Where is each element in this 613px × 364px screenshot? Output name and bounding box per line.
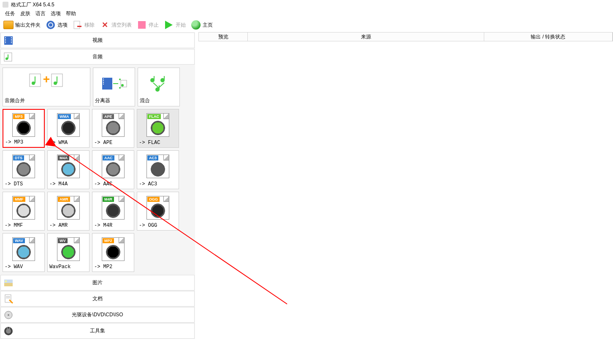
audio-merge-tile[interactable]: + 音频合并 bbox=[3, 68, 90, 106]
format-label: -> AAC bbox=[94, 180, 132, 187]
category-tools[interactable]: 工具集 bbox=[0, 323, 195, 339]
file-icon: FLAC bbox=[139, 111, 177, 139]
audio-mix-tile[interactable]: 混合 bbox=[138, 68, 180, 106]
format-tile-mmf[interactable]: MMF-> MMF bbox=[3, 192, 45, 231]
svg-point-30 bbox=[119, 87, 121, 89]
file-icon: WV bbox=[49, 235, 87, 263]
format-tile-ogg[interactable]: OGG-> OGG bbox=[137, 192, 179, 231]
svg-rect-25 bbox=[103, 79, 104, 79]
svg-rect-38 bbox=[159, 85, 160, 90]
file-icon: MP3 bbox=[5, 111, 42, 139]
format-label: -> AMR bbox=[49, 222, 87, 228]
format-tile-aac[interactable]: AAC-> AAC bbox=[92, 150, 134, 189]
file-icon: M4A bbox=[49, 152, 87, 180]
clear-label: 清空列表 bbox=[111, 22, 132, 29]
toolbar: 输出文件夹 选项 移除 ✕ 清空列表 停止 开始 主页 bbox=[0, 18, 613, 32]
svg-rect-10 bbox=[11, 37, 12, 38]
format-tile-flac[interactable]: FLAC-> FLAC bbox=[137, 109, 179, 148]
remove-button[interactable]: 移除 bbox=[73, 20, 95, 30]
format-tile-wv[interactable]: WVWavPack bbox=[47, 233, 90, 272]
svg-rect-28 bbox=[103, 84, 104, 84]
task-table-header: 预览 来源 输出 / 转换状态 bbox=[198, 32, 613, 41]
format-tile-m4a[interactable]: M4A-> M4A bbox=[47, 150, 90, 189]
right-panel: 预览 来源 输出 / 转换状态 bbox=[195, 32, 613, 339]
category-audio[interactable]: 音频 bbox=[0, 49, 195, 65]
file-icon: MMF bbox=[5, 194, 43, 222]
category-picture[interactable]: 图片 bbox=[0, 275, 195, 291]
start-button[interactable]: 开始 bbox=[164, 20, 186, 30]
mix-label: 混合 bbox=[140, 97, 178, 104]
splitter-label: 分离器 bbox=[95, 97, 133, 104]
format-label: -> FLAC bbox=[139, 139, 177, 146]
merge-icon: + bbox=[25, 71, 68, 92]
merge-label: 音频合并 bbox=[5, 97, 88, 104]
video-icon bbox=[3, 35, 14, 46]
col-source[interactable]: 来源 bbox=[248, 33, 484, 41]
options-label: 选项 bbox=[57, 22, 68, 29]
home-label: 主页 bbox=[203, 22, 213, 29]
menu-skin[interactable]: 皮肤 bbox=[20, 10, 30, 17]
format-tile-mp2[interactable]: MP2-> MP2 bbox=[92, 233, 134, 272]
clear-list-button[interactable]: ✕ 清空列表 bbox=[100, 20, 132, 30]
play-icon bbox=[164, 20, 174, 30]
output-folder-label: 输出文件夹 bbox=[15, 22, 41, 29]
svg-rect-44 bbox=[6, 298, 10, 298]
format-tile-ape[interactable]: APE-> APE bbox=[92, 109, 134, 148]
stop-button[interactable]: 停止 bbox=[137, 20, 159, 30]
file-icon: APE bbox=[94, 111, 132, 139]
svg-text:+: + bbox=[43, 73, 50, 86]
col-output-state[interactable]: 输出 / 转换状态 bbox=[484, 33, 613, 41]
start-label: 开始 bbox=[176, 22, 186, 29]
format-tile-wav[interactable]: WAV-> WAV bbox=[3, 233, 45, 272]
format-tile-dts[interactable]: DTS-> DTS bbox=[3, 150, 45, 189]
output-folder-button[interactable]: 输出文件夹 bbox=[3, 20, 41, 30]
col-preview[interactable]: 预览 bbox=[199, 33, 248, 41]
svg-point-2 bbox=[49, 23, 52, 27]
format-tile-mp3[interactable]: MP3-> MP3 bbox=[3, 109, 45, 148]
drive-icon bbox=[3, 310, 14, 320]
document-icon bbox=[3, 294, 14, 304]
format-tile-wma[interactable]: WMA-> WMA bbox=[47, 109, 90, 148]
audio-splitter-tile[interactable]: 分离器 bbox=[93, 68, 135, 106]
format-tile-ac3[interactable]: AC3-> AC3 bbox=[137, 150, 179, 189]
format-label: -> MP2 bbox=[94, 263, 132, 270]
svg-rect-36 bbox=[164, 76, 165, 80]
svg-rect-3 bbox=[74, 21, 80, 29]
svg-point-22 bbox=[54, 81, 57, 85]
category-document[interactable]: 文档 bbox=[0, 291, 195, 307]
menu-language[interactable]: 语言 bbox=[35, 10, 46, 17]
options-button[interactable]: 选项 bbox=[46, 20, 68, 30]
home-button[interactable]: 主页 bbox=[191, 20, 213, 30]
file-icon: AAC bbox=[94, 152, 132, 180]
format-tile-amr[interactable]: AMR-> AMR bbox=[47, 192, 90, 231]
tools-icon bbox=[3, 326, 14, 336]
video-label: 视频 bbox=[92, 37, 103, 44]
format-tile-m4r[interactable]: M4R-> M4R bbox=[92, 192, 134, 231]
svg-rect-11 bbox=[11, 39, 12, 40]
stop-icon bbox=[137, 20, 147, 30]
category-drive[interactable]: 光驱设备\DVD\CD\ISO bbox=[0, 307, 195, 323]
svg-rect-7 bbox=[5, 39, 6, 40]
svg-rect-13 bbox=[11, 42, 12, 43]
left-panel: 视频 音频 + 音频合并 分离器 混合 MP3-> MP3WMA-> WMAAP… bbox=[0, 32, 195, 339]
menu-options[interactable]: 选项 bbox=[51, 10, 61, 17]
svg-point-29 bbox=[119, 79, 121, 80]
menu-help[interactable]: 帮助 bbox=[66, 10, 76, 17]
svg-rect-19 bbox=[35, 76, 35, 83]
menu-task[interactable]: 任务 bbox=[5, 10, 15, 17]
svg-point-32 bbox=[121, 84, 124, 87]
svg-rect-40 bbox=[4, 283, 13, 286]
picture-icon bbox=[3, 278, 14, 288]
format-label: -> M4A bbox=[49, 180, 87, 187]
menubar: 任务 皮肤 语言 选项 帮助 bbox=[0, 9, 613, 18]
svg-rect-6 bbox=[5, 37, 6, 38]
svg-rect-23 bbox=[57, 76, 57, 83]
svg-rect-43 bbox=[6, 296, 10, 297]
audio-icon bbox=[3, 52, 14, 62]
format-label: -> WAV bbox=[5, 263, 43, 270]
folder-icon bbox=[3, 21, 14, 29]
svg-point-46 bbox=[8, 314, 9, 316]
category-video[interactable]: 视频 bbox=[0, 33, 195, 48]
picture-label: 图片 bbox=[92, 279, 103, 286]
audio-label: 音频 bbox=[92, 53, 103, 60]
